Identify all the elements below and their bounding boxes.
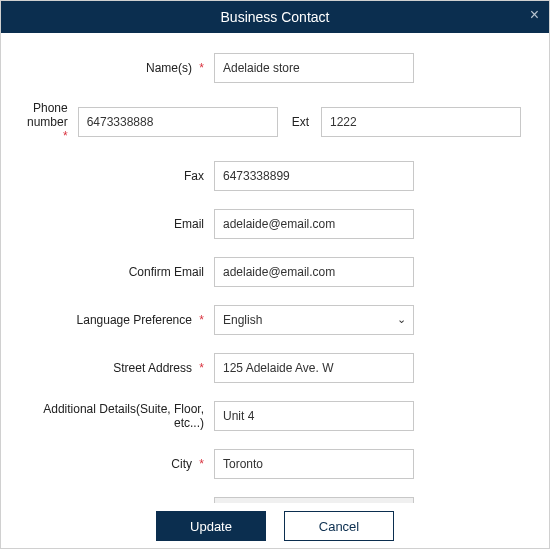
label-city: City: [171, 457, 192, 471]
province-input: [214, 497, 414, 503]
phone-input[interactable]: [78, 107, 278, 137]
label-phone: Phone number: [27, 101, 68, 129]
dialog-footer: Update Cancel: [1, 503, 549, 549]
label-names: Name(s): [146, 61, 192, 75]
ext-input[interactable]: [321, 107, 521, 137]
fax-input[interactable]: [214, 161, 414, 191]
close-icon[interactable]: ×: [530, 7, 539, 23]
label-confirm-email: Confirm Email: [129, 265, 204, 279]
row-names: Name(s) *: [19, 53, 521, 83]
row-city: City *: [19, 449, 521, 479]
language-select[interactable]: English: [214, 305, 414, 335]
row-additional: Additional Details(Suite, Floor, etc...): [19, 401, 521, 431]
required-marker: *: [199, 61, 204, 75]
cancel-button[interactable]: Cancel: [284, 511, 394, 541]
required-marker: *: [63, 129, 68, 143]
row-fax: Fax: [19, 161, 521, 191]
label-ext: Ext: [292, 115, 309, 129]
confirm-email-input[interactable]: [214, 257, 414, 287]
street-input[interactable]: [214, 353, 414, 383]
row-email: Email: [19, 209, 521, 239]
row-confirm-email: Confirm Email: [19, 257, 521, 287]
required-marker: *: [199, 313, 204, 327]
label-fax: Fax: [184, 169, 204, 183]
row-phone: Phone number * Ext: [19, 101, 521, 143]
required-marker: *: [199, 457, 204, 471]
additional-input[interactable]: [214, 401, 414, 431]
required-marker: *: [199, 361, 204, 375]
dialog-header: Business Contact ×: [1, 1, 549, 33]
names-input[interactable]: [214, 53, 414, 83]
city-input[interactable]: [214, 449, 414, 479]
row-street: Street Address *: [19, 353, 521, 383]
label-language: Language Preference: [77, 313, 192, 327]
label-email: Email: [174, 217, 204, 231]
dialog-title: Business Contact: [221, 9, 330, 25]
label-additional: Additional Details(Suite, Floor, etc...): [43, 402, 204, 430]
row-language: Language Preference * English ⌄: [19, 305, 521, 335]
email-input[interactable]: [214, 209, 414, 239]
update-button[interactable]: Update: [156, 511, 266, 541]
label-street: Street Address: [113, 361, 192, 375]
form-scroll-area[interactable]: Name(s) * Phone number * Ext Fax Email: [1, 33, 549, 503]
